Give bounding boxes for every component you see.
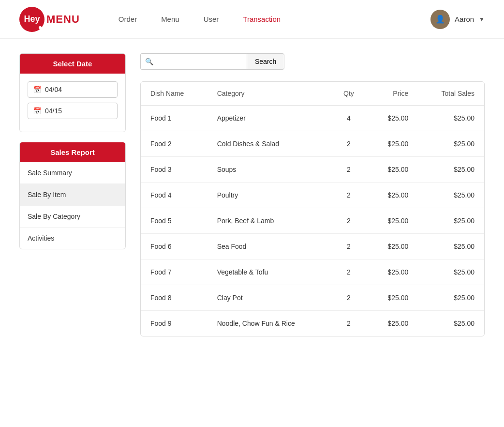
avatar: 👤 (430, 10, 450, 29)
cell-total-sales: $25.00 (418, 311, 484, 336)
header: Hey MENU Order Menu User Transaction 👤 A… (0, 0, 504, 39)
content-area: 🔍 Search Dish Name Category Qty Price To… (140, 53, 485, 336)
cell-price: $25.00 (368, 157, 418, 183)
cell-total-sales: $25.00 (418, 285, 484, 311)
sidebar-item-sale-by-category[interactable]: Sale By Category (20, 206, 125, 228)
sidebar-item-sale-summary[interactable]: Sale Summary (20, 162, 125, 184)
cell-qty: 2 (330, 157, 368, 183)
start-date-field[interactable]: 📅 04/04 (28, 81, 118, 98)
cell-dish: Food 8 (141, 285, 208, 311)
table-row: Food 6 Sea Food 2 $25.00 $25.00 (141, 234, 484, 259)
user-area: 👤 Aaron ▼ (430, 10, 485, 29)
data-table: Dish Name Category Qty Price Total Sales… (140, 81, 485, 336)
cell-qty: 4 (330, 106, 368, 131)
cell-total-sales: $25.00 (418, 106, 484, 131)
cell-category: Poultry (208, 183, 330, 208)
cell-dish: Food 5 (141, 208, 208, 234)
cell-qty: 2 (330, 285, 368, 311)
table-row: Food 4 Poultry 2 $25.00 $25.00 (141, 183, 484, 208)
cell-category: Noodle, Chow Fun & Rice (208, 311, 330, 336)
cell-category: Clay Pot (208, 285, 330, 311)
cell-price: $25.00 (368, 285, 418, 311)
cell-dish: Food 6 (141, 234, 208, 259)
cell-category: Pork, Beef & Lamb (208, 208, 330, 234)
table-row: Food 5 Pork, Beef & Lamb 2 $25.00 $25.00 (141, 208, 484, 234)
cell-price: $25.00 (368, 131, 418, 157)
table-row: Food 7 Vegetable & Tofu 2 $25.00 $25.00 (141, 259, 484, 285)
nav-transaction[interactable]: Transaction (243, 15, 281, 23)
sales-table: Dish Name Category Qty Price Total Sales… (141, 82, 484, 336)
sidebar-item-sale-by-item[interactable]: Sale By Item (20, 184, 125, 206)
cell-total-sales: $25.00 (418, 183, 484, 208)
search-input-wrapper: 🔍 (140, 53, 247, 70)
table-row: Food 1 Appetizer 4 $25.00 $25.00 (141, 106, 484, 131)
user-name: Aaron (455, 15, 474, 23)
cell-price: $25.00 (368, 106, 418, 131)
logo-icon: Hey (19, 7, 44, 32)
select-date-body: 📅 04/04 📅 04/15 (20, 74, 125, 132)
col-qty: Qty (330, 82, 368, 106)
nav-menu[interactable]: Menu (161, 15, 179, 23)
cell-price: $25.00 (368, 183, 418, 208)
select-date-card: Select Date 📅 04/04 📅 04/15 (19, 53, 126, 132)
logo-text: MENU (46, 13, 80, 26)
cell-category: Appetizer (208, 106, 330, 131)
nav-order[interactable]: Order (119, 15, 137, 23)
cell-dish: Food 1 (141, 106, 208, 131)
cell-price: $25.00 (368, 311, 418, 336)
select-date-header: Select Date (20, 54, 125, 74)
sales-report-menu: Sale Summary Sale By Item Sale By Catego… (20, 162, 125, 249)
cell-total-sales: $25.00 (418, 234, 484, 259)
table-body: Food 1 Appetizer 4 $25.00 $25.00 Food 2 … (141, 106, 484, 336)
cell-category: Sea Food (208, 234, 330, 259)
cell-qty: 2 (330, 183, 368, 208)
cell-category: Soups (208, 157, 330, 183)
sidebar-item-activities[interactable]: Activities (20, 228, 125, 249)
table-row: Food 9 Noodle, Chow Fun & Rice 2 $25.00 … (141, 311, 484, 336)
chevron-down-icon[interactable]: ▼ (479, 16, 485, 23)
calendar-start-icon: 📅 (33, 86, 41, 93)
search-icon: 🔍 (145, 58, 153, 65)
search-button[interactable]: Search (247, 53, 284, 70)
cell-dish: Food 4 (141, 183, 208, 208)
cell-dish: Food 9 (141, 311, 208, 336)
cell-total-sales: $25.00 (418, 259, 484, 285)
col-category: Category (208, 82, 330, 106)
search-input[interactable] (140, 53, 247, 70)
cell-category: Cold Dishes & Salad (208, 131, 330, 157)
end-date-field[interactable]: 📅 04/15 (28, 103, 118, 119)
col-dish-name: Dish Name (141, 82, 208, 106)
sidebar: Select Date 📅 04/04 📅 04/15 Sales Report… (19, 53, 126, 336)
cell-dish: Food 2 (141, 131, 208, 157)
search-bar: 🔍 Search (140, 53, 485, 70)
cell-price: $25.00 (368, 259, 418, 285)
cell-qty: 2 (330, 259, 368, 285)
main-content: Select Date 📅 04/04 📅 04/15 Sales Report… (0, 39, 504, 351)
sales-report-header: Sales Report (20, 142, 125, 162)
nav-user[interactable]: User (204, 15, 219, 23)
table-row: Food 2 Cold Dishes & Salad 2 $25.00 $25.… (141, 131, 484, 157)
start-date-value: 04/04 (45, 86, 62, 93)
cell-total-sales: $25.00 (418, 131, 484, 157)
sales-report-card: Sales Report Sale Summary Sale By Item S… (19, 142, 126, 249)
cell-price: $25.00 (368, 234, 418, 259)
cell-price: $25.00 (368, 208, 418, 234)
col-price: Price (368, 82, 418, 106)
table-header: Dish Name Category Qty Price Total Sales (141, 82, 484, 106)
table-row: Food 8 Clay Pot 2 $25.00 $25.00 (141, 285, 484, 311)
cell-total-sales: $25.00 (418, 157, 484, 183)
end-date-value: 04/15 (45, 107, 62, 115)
logo[interactable]: Hey MENU (19, 7, 80, 32)
calendar-end-icon: 📅 (33, 107, 41, 115)
cell-qty: 2 (330, 208, 368, 234)
cell-qty: 2 (330, 311, 368, 336)
col-total-sales: Total Sales (418, 82, 484, 106)
main-nav: Order Menu User Transaction (119, 15, 430, 23)
cell-dish: Food 7 (141, 259, 208, 285)
cell-dish: Food 3 (141, 157, 208, 183)
cell-category: Vegetable & Tofu (208, 259, 330, 285)
cell-qty: 2 (330, 234, 368, 259)
cell-total-sales: $25.00 (418, 208, 484, 234)
cell-qty: 2 (330, 131, 368, 157)
table-row: Food 3 Soups 2 $25.00 $25.00 (141, 157, 484, 183)
